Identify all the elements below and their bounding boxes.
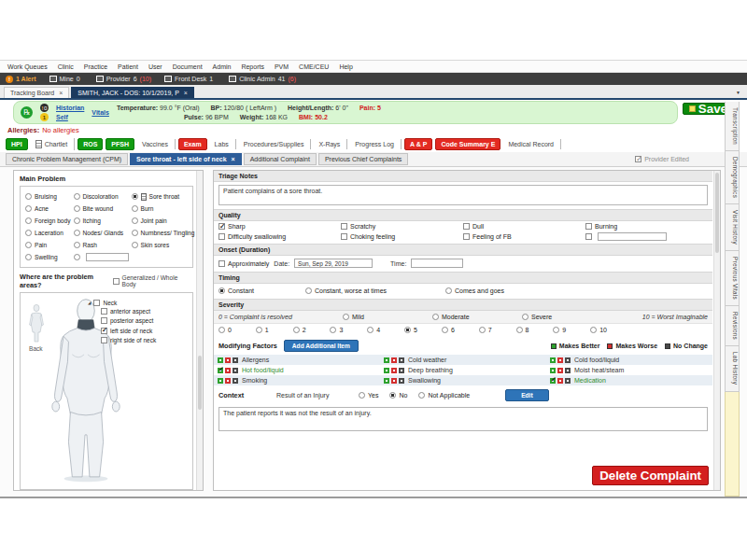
- onset-time-input[interactable]: [411, 259, 463, 268]
- neck-checkbox[interactable]: [93, 300, 100, 306]
- problem-option[interactable]: Acne: [22, 203, 71, 215]
- problem-radio[interactable]: [74, 193, 80, 200]
- problem-option[interactable]: Numbness/ Tingling: [129, 227, 195, 239]
- problem-option[interactable]: Itching: [71, 215, 129, 227]
- context-note-box[interactable]: The patient reports it was not the resul…: [218, 407, 708, 431]
- menu-item[interactable]: Reports: [241, 63, 264, 70]
- no-change-checkbox[interactable]: [233, 357, 238, 363]
- provider-edited-toggle[interactable]: Provider Edited: [635, 156, 689, 162]
- area-checkbox[interactable]: [101, 317, 107, 324]
- problem-option[interactable]: Sore throat: [129, 190, 195, 203]
- makes-worse-checkbox[interactable]: [225, 368, 231, 373]
- side-tab[interactable]: Visit History: [725, 204, 740, 251]
- historian-link[interactable]: Historian: [56, 104, 84, 112]
- quality-checkbox[interactable]: [463, 223, 470, 230]
- window-tab[interactable]: Tracking Board ×: [4, 87, 69, 98]
- no-change-checkbox[interactable]: [565, 368, 571, 373]
- problem-option[interactable]: Joint pain: [129, 215, 195, 227]
- work-queue-chip[interactable]: Mine 0: [49, 76, 83, 82]
- complaint-tab[interactable]: Sore throat - left side of neck ×: [130, 153, 242, 165]
- quality-option[interactable]: Choking feeling: [341, 232, 463, 241]
- menu-item[interactable]: Help: [339, 63, 352, 70]
- severity-scale-option[interactable]: 0: [218, 327, 256, 333]
- no-change-checkbox[interactable]: [233, 368, 238, 373]
- modifying-factor-row[interactable]: Smoking: [214, 375, 380, 385]
- severity-scale-radio[interactable]: [553, 327, 559, 333]
- work-queue-chip[interactable]: Front Desk 1: [164, 76, 216, 82]
- area-checkbox[interactable]: [101, 328, 107, 334]
- quality-checkbox[interactable]: [218, 233, 225, 240]
- right-panel-scrollbar[interactable]: [713, 171, 720, 490]
- problem-option[interactable]: [71, 251, 129, 263]
- severity-scale-radio[interactable]: [404, 327, 411, 333]
- work-queue-chip[interactable]: Provider 6 (10): [96, 76, 151, 82]
- scrollbar-thumb[interactable]: [715, 173, 719, 253]
- timing-radio[interactable]: [305, 287, 312, 294]
- work-queue-chip[interactable]: Clinic Admin 41 (6): [229, 76, 296, 82]
- problem-radio[interactable]: [74, 230, 80, 236]
- menu-item[interactable]: Work Queues: [7, 63, 48, 70]
- quality-checkbox[interactable]: [218, 223, 225, 230]
- menu-item[interactable]: CME/CEU: [299, 63, 329, 70]
- severity-scale-radio[interactable]: [590, 327, 597, 333]
- no-change-checkbox[interactable]: [233, 378, 238, 384]
- side-tab[interactable]: Revisions: [725, 306, 740, 346]
- problem-option[interactable]: Skin sores: [129, 239, 195, 251]
- approximately-toggle[interactable]: Approximately: [218, 260, 269, 267]
- no-change-checkbox[interactable]: [399, 378, 404, 384]
- complaint-tab[interactable]: Previous Chief Complaints ×: [318, 153, 408, 165]
- modifying-factor-row[interactable]: Medication: [546, 375, 712, 385]
- severity-word-option[interactable]: Mild: [343, 314, 432, 320]
- rx-icon[interactable]: ℞: [21, 106, 33, 119]
- severity-scale-radio[interactable]: [256, 327, 262, 333]
- timing-option[interactable]: Comes and goes: [445, 287, 708, 294]
- timing-radio[interactable]: [445, 287, 452, 294]
- alerts-chip[interactable]: ! 1 Alert: [6, 76, 36, 83]
- close-icon[interactable]: ×: [184, 90, 188, 96]
- alert-count-badge[interactable]: !0: [40, 104, 49, 112]
- approximately-checkbox[interactable]: [218, 260, 225, 267]
- makes-worse-checkbox[interactable]: [225, 357, 231, 363]
- makes-worse-checkbox[interactable]: [557, 368, 563, 373]
- timing-option[interactable]: Constant: [218, 287, 305, 294]
- problem-option[interactable]: Nodes/ Glands: [71, 227, 129, 239]
- problem-option[interactable]: Bite wound: [71, 203, 129, 215]
- severity-scale-option[interactable]: 1: [256, 327, 293, 333]
- modifying-factor-row[interactable]: Hot food/liquid: [214, 365, 380, 375]
- severity-scale-option[interactable]: 6: [442, 327, 479, 333]
- makes-better-checkbox[interactable]: [550, 357, 556, 363]
- chart-tab[interactable]: Vaccines: [137, 139, 176, 149]
- problem-radio[interactable]: [25, 254, 32, 260]
- area-checkbox[interactable]: [101, 308, 107, 315]
- problem-radio[interactable]: [25, 230, 32, 236]
- menu-item[interactable]: Clinic: [58, 63, 74, 70]
- no-change-checkbox[interactable]: [565, 357, 571, 363]
- problem-radio[interactable]: [74, 205, 80, 212]
- side-tab[interactable]: Transcription: [725, 102, 740, 151]
- generalized-checkbox[interactable]: [113, 278, 120, 285]
- quality-option[interactable]: Feeling of FB: [463, 232, 585, 241]
- timing-option[interactable]: Constant, worse at times: [305, 287, 445, 294]
- modifying-factor-row[interactable]: Swallowing: [380, 375, 546, 385]
- problem-radio[interactable]: [74, 242, 80, 248]
- severity-scale-option[interactable]: 2: [293, 327, 331, 333]
- severity-scale-radio[interactable]: [479, 327, 486, 333]
- severity-scale-radio[interactable]: [218, 327, 225, 333]
- quality-checkbox[interactable]: [341, 223, 347, 230]
- no-change-checkbox[interactable]: [399, 357, 404, 363]
- problem-radio[interactable]: [132, 193, 138, 200]
- severity-scale-option[interactable]: 7: [479, 327, 516, 333]
- severity-scale-radio[interactable]: [293, 327, 300, 333]
- left-panel-scrollbar[interactable]: [196, 171, 203, 490]
- warning-count-badge[interactable]: 1: [40, 113, 49, 121]
- chart-tab[interactable]: Chartlet: [31, 138, 76, 150]
- chart-tab[interactable]: Procedures/Supplies: [239, 139, 312, 149]
- injury-radio[interactable]: [389, 392, 396, 399]
- delete-complaint-button[interactable]: Delete Complaint: [592, 466, 709, 485]
- makes-better-checkbox[interactable]: [218, 378, 223, 384]
- makes-worse-checkbox[interactable]: [557, 357, 563, 363]
- no-change-checkbox[interactable]: [565, 378, 571, 384]
- quality-checkbox[interactable]: [585, 233, 592, 240]
- window-tab[interactable]: SMITH, JACK - DOS: 10/1/2019, P ×: [71, 87, 194, 98]
- close-icon[interactable]: ×: [59, 90, 63, 96]
